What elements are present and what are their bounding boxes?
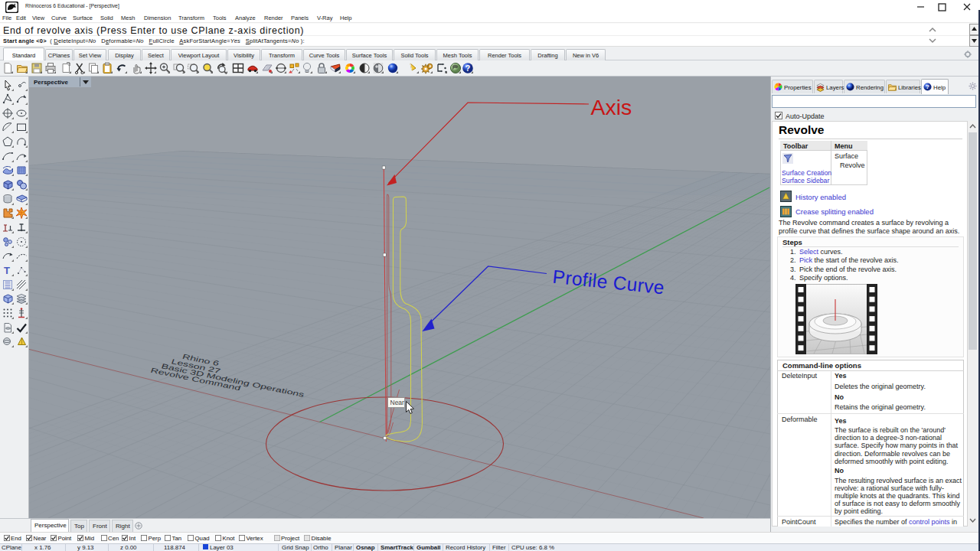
svg-text:T: T — [4, 265, 10, 276]
svg-text:?: ? — [926, 83, 929, 90]
svg-text:Axis: Axis — [591, 95, 632, 119]
svg-text:Near: Near — [390, 399, 405, 406]
svg-text:?: ? — [466, 64, 470, 73]
